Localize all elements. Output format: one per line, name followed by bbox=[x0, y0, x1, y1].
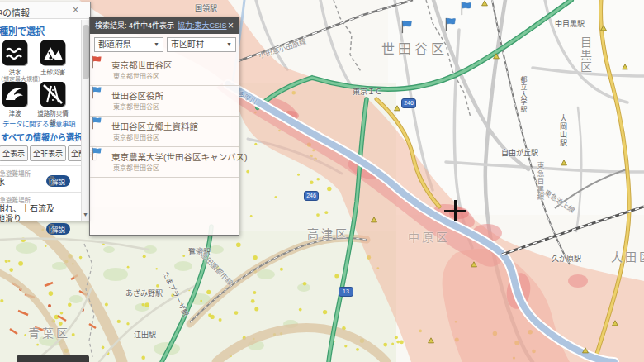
search-results-list: 東京都世田谷区 東京都世田谷区 世田谷区役所 東京都世田谷区 世田谷区立郷土資料… bbox=[90, 55, 239, 178]
disaster-icon-grid: 洪水 土砂災害 （想定最大規模） 津波 道路防災情報 bbox=[0, 39, 90, 115]
disaster-type-heading: 災害種別で選択 bbox=[0, 24, 90, 37]
landslide-icon[interactable] bbox=[40, 40, 65, 65]
blue-flag-icon bbox=[90, 86, 103, 99]
layer-buttons-row: 全表示全非表示全削除 bbox=[0, 145, 90, 161]
all-info-heading: すべての情報から選択 bbox=[1, 131, 90, 143]
municipality-select[interactable]: 市区町村 ▼ bbox=[167, 37, 236, 52]
layer-category: 指定緊急避難場所 bbox=[0, 195, 90, 204]
tsunami-icon[interactable] bbox=[2, 82, 27, 107]
trash-icon[interactable] bbox=[46, 223, 57, 235]
municipality-select-value: 市区町村 bbox=[171, 40, 204, 49]
result-subtitle: 東京都世田谷区 bbox=[113, 102, 159, 111]
close-icon[interactable]: × bbox=[73, 4, 78, 16]
road-disaster-icon-label: 道路防災情報 bbox=[35, 108, 71, 126]
close-icon[interactable]: × bbox=[228, 17, 234, 34]
chevron-down-icon: ▼ bbox=[154, 38, 159, 51]
selected-info-titlebar: 選択中の情報 × bbox=[0, 2, 90, 19]
search-result-row[interactable]: 世田谷区立郷土資料館 東京都世田谷区 bbox=[90, 117, 239, 147]
trash-icon[interactable] bbox=[46, 175, 57, 187]
route-badge-246: 246 bbox=[304, 191, 319, 201]
panel-title: 選択中の情報 bbox=[0, 6, 30, 19]
search-results-header: 検索結果: 4件中4件表示協力:東大CSIS × bbox=[90, 17, 239, 34]
prefecture-select[interactable]: 都道府県 ▼ bbox=[94, 37, 163, 52]
result-title: 世田谷区役所 bbox=[111, 89, 163, 102]
layer-item-landslide-shelter: 指定緊急避難場所 崖崩れ、土石流及び地滑り 解説 bbox=[0, 192, 90, 240]
search-result-row[interactable]: 世田谷区役所 東京都世田谷区 bbox=[90, 86, 239, 117]
selected-info-panel: 選択中の情報 × 災害種別で選択 洪水 土砂災害 （想定最大規模） 津波 道路防… bbox=[0, 2, 91, 221]
layer-name: 崖崩れ、土石流及び地滑り bbox=[0, 204, 59, 225]
hazard-map-app: 国領駅 小田急小田原線 世田谷区 中目黒駅 目黒区 東京ＩＣ 多摩川 自由が丘駅… bbox=[0, 0, 644, 362]
tsunami-icon-label: 津波 bbox=[0, 108, 33, 117]
hide-all-button[interactable]: 全非表示 bbox=[30, 145, 66, 161]
map-crosshair bbox=[444, 200, 466, 221]
search-result-row[interactable]: 東京都世田谷区 東京都世田谷区 bbox=[90, 55, 239, 86]
result-subtitle: 東京都世田谷区 bbox=[113, 163, 159, 172]
route-badge-13: 13 bbox=[339, 287, 353, 297]
bottom-toolbar-edge[interactable] bbox=[17, 355, 89, 362]
map-flag-marker[interactable] bbox=[443, 17, 457, 31]
blue-flag-icon bbox=[90, 147, 103, 160]
search-result-row[interactable]: 東京農業大学(世田谷区キャンパス) 東京都世田谷区 bbox=[90, 147, 239, 178]
search-results-panel: 検索結果: 4件中4件表示協力:東大CSIS × 都道府県 ▼ 市区町村 ▼ 東… bbox=[89, 17, 239, 236]
layer-category: 指定緊急避難場所 bbox=[0, 169, 90, 178]
result-title: 世田谷区立郷土資料館 bbox=[111, 120, 198, 132]
result-title: 東京都世田谷区 bbox=[111, 59, 173, 71]
map-flag-marker[interactable] bbox=[459, 2, 473, 16]
flood-icon[interactable] bbox=[2, 40, 27, 65]
result-subtitle: 東京都世田谷区 bbox=[113, 132, 159, 141]
road-disaster-icon[interactable] bbox=[40, 82, 65, 107]
scrollbar-thumb[interactable] bbox=[83, 25, 89, 79]
credit-link[interactable]: 協力:東大CSIS bbox=[178, 21, 227, 30]
search-results-count: 検索結果: 4件中4件表示 bbox=[95, 21, 174, 30]
layer-item-flood-shelter: 指定緊急避難場所 洪水 解説 bbox=[0, 165, 90, 192]
result-subtitle: 東京都世田谷区 bbox=[113, 71, 159, 80]
chevron-down-icon: ▼ bbox=[226, 38, 232, 51]
prefecture-select-value: 都道府県 bbox=[98, 40, 131, 49]
filter-row: 都道府県 ▼ 市区町村 ▼ bbox=[90, 37, 239, 52]
red-flag-icon bbox=[90, 55, 103, 69]
route-badge-246-b: 246 bbox=[401, 98, 416, 108]
show-all-button[interactable]: 全表示 bbox=[0, 145, 28, 161]
result-title: 東京農業大学(世田谷区キャンパス) bbox=[111, 150, 248, 163]
map-flag-marker[interactable] bbox=[400, 20, 414, 34]
blue-flag-icon bbox=[90, 117, 103, 130]
